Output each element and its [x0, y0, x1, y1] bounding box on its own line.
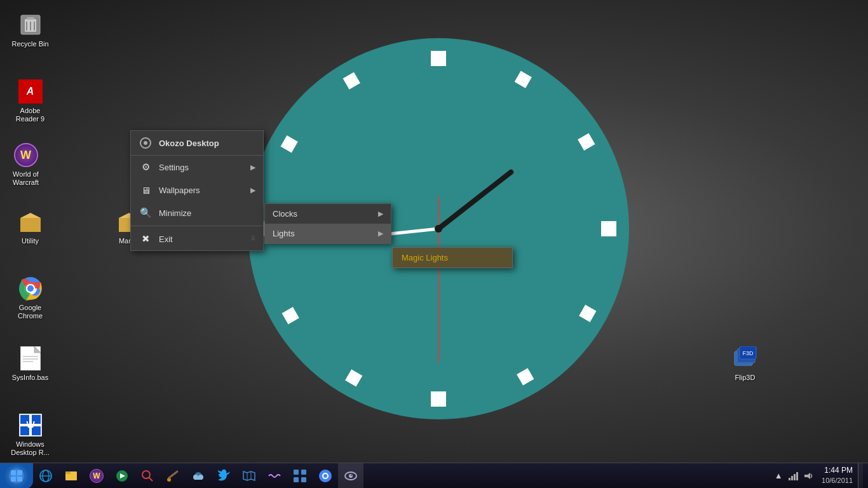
- svg-text:F3D: F3D: [742, 350, 754, 356]
- taskbar-okozo-eye[interactable]: [338, 463, 363, 489]
- svg-rect-59: [65, 471, 71, 474]
- svg-marker-24: [20, 213, 41, 218]
- wallpapers-label: Wallpapers: [159, 186, 200, 195]
- system-tray: ▲ 1:44 PM 10/6/2011: [766, 463, 868, 489]
- taskbar-maps[interactable]: [236, 463, 262, 489]
- wow-label: World of Warcraft: [4, 170, 47, 187]
- svg-line-65: [169, 471, 177, 478]
- svg-rect-74: [301, 470, 306, 475]
- windows-desktop-label: Windows Desktop R...: [9, 440, 51, 457]
- svg-rect-19: [27, 17, 34, 20]
- svg-rect-52: [17, 470, 22, 475]
- lights-submenu: Magic Lights: [392, 247, 513, 268]
- lights-item[interactable]: Lights ▶ Magic Lights: [265, 224, 391, 243]
- taskbar-okozo[interactable]: [262, 463, 287, 489]
- google-chrome-label: Google Chrome: [9, 304, 51, 320]
- recycle-bin-image: [18, 13, 43, 37]
- exit-dots: ⠿: [251, 236, 255, 242]
- wallpapers-icon: 🖥: [139, 183, 153, 197]
- svg-marker-70: [243, 471, 255, 480]
- taskbar-twitter[interactable]: [211, 463, 236, 489]
- magic-lights-item[interactable]: Magic Lights: [393, 248, 512, 268]
- taskbar-paint[interactable]: [160, 463, 186, 489]
- svg-rect-84: [791, 476, 793, 480]
- clocks-arrow: ▶: [378, 210, 383, 218]
- svg-rect-54: [17, 477, 22, 482]
- chrome-image: [18, 276, 43, 301]
- taskbar-weather[interactable]: [186, 463, 211, 489]
- svg-rect-83: [789, 478, 790, 480]
- flip3d-icon[interactable]: F3D Flip3D: [721, 343, 769, 384]
- flip3d-image: F3D: [733, 346, 757, 370]
- svg-rect-69: [194, 477, 202, 480]
- context-menu: Okozo Desktop ⚙ Settings ▶ Clocks ▶ Ligh…: [130, 130, 264, 251]
- svg-point-79: [323, 474, 327, 478]
- svg-rect-1: [431, 51, 446, 66]
- taskbar-chrome[interactable]: [313, 463, 338, 489]
- svg-text:W: W: [26, 419, 35, 430]
- taskbar-taskswitch[interactable]: [287, 463, 313, 489]
- okozo-menu-icon: [139, 136, 153, 150]
- recycle-bin-label: Recycle Bin: [11, 40, 48, 48]
- minimize-label: Minimize: [159, 208, 191, 218]
- tray-volume[interactable]: [803, 470, 815, 482]
- clocks-item[interactable]: Clocks ▶: [265, 204, 391, 224]
- windows-desktop-icon[interactable]: W Windows Desktop R...: [6, 410, 54, 459]
- menu-divider: [131, 226, 263, 226]
- svg-rect-53: [11, 477, 16, 482]
- tray-network[interactable]: [787, 470, 800, 482]
- taskbar: W: [0, 463, 868, 488]
- svg-point-81: [349, 474, 353, 478]
- exit-label: Exit: [159, 234, 173, 244]
- svg-point-49: [144, 141, 147, 145]
- adobe-reader-label: Adobe Reader 9: [9, 107, 51, 123]
- svg-point-31: [27, 285, 34, 292]
- svg-rect-73: [294, 470, 299, 475]
- settings-label: Settings: [159, 163, 189, 172]
- lights-label: Lights: [273, 229, 295, 238]
- taskbar-ie[interactable]: [33, 463, 58, 489]
- show-desktop-button[interactable]: [858, 463, 863, 489]
- tray-expand[interactable]: ▲: [772, 470, 785, 482]
- windows-logo: [8, 467, 25, 485]
- utility-icon[interactable]: Utility: [6, 207, 54, 248]
- svg-rect-86: [796, 472, 798, 480]
- svg-rect-25: [20, 218, 41, 232]
- recycle-bin-icon[interactable]: Recycle Bin: [6, 10, 54, 51]
- okozo-menu-label: Okozo Desktop: [159, 139, 219, 148]
- wallpapers-arrow: ▶: [250, 186, 255, 194]
- settings-submenu: Clocks ▶ Lights ▶ Magic Lights: [264, 203, 391, 244]
- system-clock[interactable]: 1:44 PM 10/6/2011: [817, 465, 858, 485]
- taskbar-search[interactable]: [135, 463, 160, 489]
- minimize-icon: 🔍: [139, 206, 153, 220]
- utility-label: Utility: [22, 237, 39, 245]
- svg-marker-87: [804, 473, 810, 479]
- exit-menu-item[interactable]: ✖ Exit ⠿: [131, 227, 263, 250]
- svg-point-82: [351, 475, 352, 476]
- lights-arrow: ▶: [378, 229, 383, 238]
- wow-image: W: [14, 143, 38, 167]
- tray-time: 1:44 PM: [822, 465, 853, 476]
- svg-rect-7: [431, 391, 446, 407]
- svg-point-16: [435, 225, 442, 233]
- settings-menu-item[interactable]: ⚙ Settings ▶ Clocks ▶ Lights ▶ Magic Lig…: [131, 156, 263, 179]
- svg-rect-75: [294, 477, 299, 482]
- start-button[interactable]: [0, 463, 33, 489]
- svg-rect-76: [301, 477, 306, 482]
- google-chrome-icon[interactable]: Google Chrome: [6, 273, 54, 323]
- wallpapers-menu-item[interactable]: 🖥 Wallpapers ▶: [131, 179, 263, 201]
- wow-icon[interactable]: W World of Warcraft: [2, 140, 50, 189]
- utility-image: [19, 212, 42, 232]
- svg-rect-51: [11, 470, 16, 475]
- svg-rect-4: [601, 221, 616, 236]
- exit-icon: ✖: [139, 232, 153, 246]
- taskbar-media[interactable]: [109, 463, 135, 489]
- minimize-menu-item[interactable]: 🔍 Minimize: [131, 201, 263, 224]
- adobe-reader-icon[interactable]: A Adobe Reader 9: [6, 76, 54, 126]
- sysinfo-icon[interactable]: SysInfo.bas: [6, 343, 54, 384]
- magic-lights-label: Magic Lights: [402, 253, 448, 262]
- settings-icon: ⚙: [139, 160, 153, 174]
- windesk-image: W: [19, 414, 42, 437]
- taskbar-explorer[interactable]: [58, 463, 84, 489]
- taskbar-wow[interactable]: W: [84, 463, 109, 489]
